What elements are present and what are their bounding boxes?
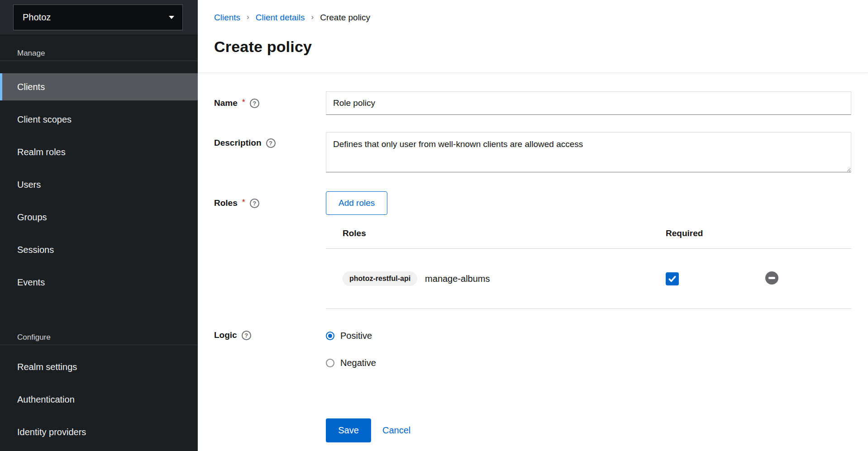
name-label: Name * ? xyxy=(214,91,326,115)
radio-unselected-icon[interactable] xyxy=(326,359,334,367)
sidebar-item-identity-providers[interactable]: Identity providers xyxy=(0,418,198,446)
roles-table-header-row: Roles Required xyxy=(326,219,851,249)
nav-section-title-manage: Manage xyxy=(0,35,198,61)
required-checkbox[interactable] xyxy=(666,272,679,285)
help-icon[interactable]: ? xyxy=(242,331,251,340)
realm-selector-dropdown[interactable]: Photoz xyxy=(13,5,183,30)
required-asterisk: * xyxy=(242,98,245,107)
breadcrumb-link-clients[interactable]: Clients xyxy=(214,13,240,23)
role-name: manage-albums xyxy=(425,274,490,284)
sidebar-item-users[interactable]: Users xyxy=(0,171,198,198)
description-label: Description ? xyxy=(214,132,326,148)
roles-form-group: Roles * ? Add roles Roles Required xyxy=(214,191,851,309)
sidebar-item-realm-roles[interactable]: Realm roles xyxy=(0,138,198,166)
description-textarea[interactable]: Defines that only user from well-known c… xyxy=(326,132,851,172)
roles-label-text: Roles xyxy=(214,198,238,208)
sidebar-item-groups[interactable]: Groups xyxy=(0,204,198,231)
help-icon[interactable]: ? xyxy=(266,138,276,148)
radio-selected-icon[interactable] xyxy=(326,332,334,340)
form-actions: Save Cancel xyxy=(326,418,851,442)
page-title: Create policy xyxy=(214,38,851,56)
logic-label: Logic ? xyxy=(214,329,326,340)
chevron-right-icon: › xyxy=(311,13,314,22)
logic-form-group: Logic ? Positive Negative Save Cancel xyxy=(214,329,851,442)
realm-selector-label: Photoz xyxy=(23,12,51,23)
breadcrumb-current: Create policy xyxy=(320,13,370,23)
sidebar: Photoz Manage Clients Client scopes Real… xyxy=(0,0,198,451)
logic-negative-label[interactable]: Negative xyxy=(340,358,376,368)
remove-role-button[interactable] xyxy=(765,271,778,285)
roles-table: Roles Required photoz-restful-api manage… xyxy=(326,219,851,309)
sidebar-item-client-scopes[interactable]: Client scopes xyxy=(0,106,198,133)
sidebar-header: Photoz xyxy=(0,0,198,35)
help-icon[interactable]: ? xyxy=(250,99,259,108)
name-form-group: Name * ? xyxy=(214,91,851,115)
logic-label-text: Logic xyxy=(214,330,237,340)
checkmark-icon xyxy=(668,274,677,284)
roles-column-header: Roles xyxy=(326,219,657,249)
main-content: Clients › Client details › Create policy… xyxy=(198,0,868,451)
client-chip: photoz-restful-api xyxy=(343,271,417,286)
description-form-group: Description ? Defines that only user fro… xyxy=(214,132,851,174)
logic-negative-option[interactable]: Negative xyxy=(326,356,851,369)
chevron-right-icon: › xyxy=(247,13,249,22)
sidebar-item-sessions[interactable]: Sessions xyxy=(0,236,198,263)
breadcrumb: Clients › Client details › Create policy xyxy=(214,0,851,23)
action-column-header xyxy=(765,219,851,249)
nav-list-manage: Clients Client scopes Realm roles Users … xyxy=(0,61,198,296)
sidebar-item-events[interactable]: Events xyxy=(0,269,198,296)
role-cell: photoz-restful-api manage-albums xyxy=(343,271,657,286)
logic-positive-option[interactable]: Positive xyxy=(326,329,851,342)
name-label-text: Name xyxy=(214,98,238,108)
required-column-header: Required xyxy=(657,219,765,249)
create-policy-form: Name * ? Description ? Defines that only… xyxy=(198,73,868,442)
add-roles-button[interactable]: Add roles xyxy=(326,191,387,215)
breadcrumb-link-client-details[interactable]: Client details xyxy=(256,13,305,23)
logic-positive-label[interactable]: Positive xyxy=(340,331,372,341)
save-button[interactable]: Save xyxy=(326,418,371,442)
sidebar-item-clients[interactable]: Clients xyxy=(0,73,198,100)
roles-label: Roles * ? xyxy=(214,191,326,215)
chevron-down-icon xyxy=(169,16,174,19)
description-label-text: Description xyxy=(214,138,262,148)
sidebar-item-authentication[interactable]: Authentication xyxy=(0,386,198,413)
sidebar-nav: Manage Clients Client scopes Realm roles… xyxy=(0,35,198,451)
nav-section-title-configure: Configure xyxy=(0,301,198,345)
help-icon[interactable]: ? xyxy=(250,199,259,208)
sidebar-item-realm-settings[interactable]: Realm settings xyxy=(0,353,198,380)
minus-circle-icon xyxy=(765,271,778,285)
name-input[interactable] xyxy=(326,91,851,115)
nav-list-configure: Realm settings Authentication Identity p… xyxy=(0,345,198,446)
required-asterisk: * xyxy=(242,198,245,207)
cancel-button[interactable]: Cancel xyxy=(382,425,410,436)
page-header: Clients › Client details › Create policy… xyxy=(198,0,868,73)
table-row: photoz-restful-api manage-albums xyxy=(326,249,851,309)
